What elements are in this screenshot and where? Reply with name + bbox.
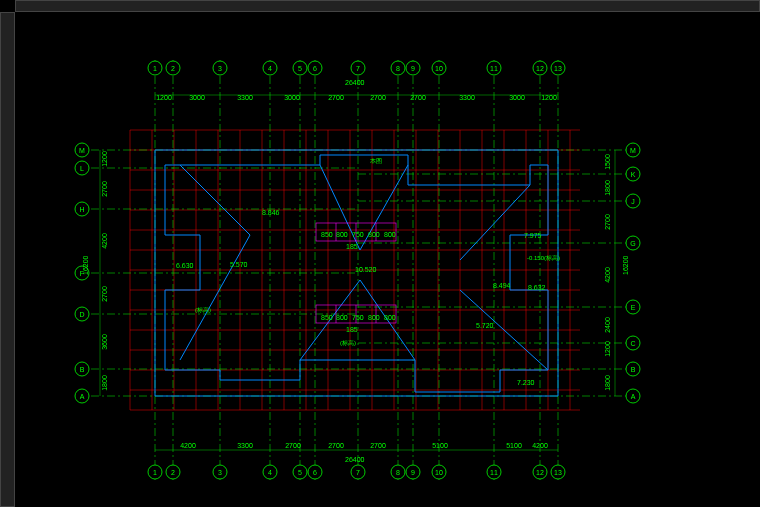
- dim-left: 3600: [101, 334, 108, 350]
- grid-row-l-M: M: [79, 147, 85, 154]
- grid-col-1: 1: [153, 65, 157, 72]
- dim-left: 1200: [101, 151, 108, 167]
- grid-col-2: 2: [171, 65, 175, 72]
- dim-top: 3000: [284, 94, 300, 101]
- grid-col-5: 5: [298, 469, 302, 476]
- dim-right: 1800: [604, 180, 611, 196]
- spot-dim: 800: [336, 314, 348, 321]
- grid-col-6: 6: [313, 469, 317, 476]
- dim-bot: 4200: [180, 442, 196, 449]
- grid-row-l-A: A: [80, 393, 85, 400]
- grid-row-r-M: M: [630, 147, 636, 154]
- dim-bot: 2700: [285, 442, 301, 449]
- grid-col-11: 11: [490, 469, 498, 476]
- dim-right: 1800: [604, 375, 611, 391]
- dim-right: 4200: [604, 267, 611, 283]
- dim-top: 1200: [541, 94, 557, 101]
- spot-dim: 5.720: [476, 322, 494, 329]
- grid-col-4: 4: [268, 65, 272, 72]
- dim-left: 1800: [101, 375, 108, 391]
- dim-top: 1200: [156, 94, 172, 101]
- svg-line-64: [180, 165, 250, 235]
- grid-row-l-B: B: [80, 366, 85, 373]
- dim-left: 2700: [101, 286, 108, 302]
- grid-row-r-C: C: [630, 340, 635, 347]
- spot-dim: 800: [368, 314, 380, 321]
- grid-col-1: 1: [153, 469, 157, 476]
- spot-dim: 7.230: [517, 379, 535, 386]
- grid-col-13: 13: [554, 65, 562, 72]
- spot-dim: 800: [368, 231, 380, 238]
- spot-dim: 8.846: [262, 209, 280, 216]
- grid-row-r-K: K: [631, 171, 636, 178]
- dim-left: 2700: [101, 181, 108, 197]
- spot-dim: 10.520: [355, 266, 377, 273]
- grid-row-r-B: B: [631, 366, 636, 373]
- spot-dim: 800: [384, 231, 396, 238]
- cad-drawing-viewport[interactable]: 1200300033003000270027002700330030001200…: [0, 0, 760, 507]
- grid-col-9: 9: [411, 469, 415, 476]
- total-width-bot: 26400: [345, 456, 365, 463]
- grid-row-r-G: G: [630, 240, 635, 247]
- grid-col-8: 8: [396, 65, 400, 72]
- grid-row-l-L: L: [80, 165, 84, 172]
- total-height-right: 16200: [622, 255, 629, 275]
- grid-col-5: 5: [298, 65, 302, 72]
- dim-right: 1200: [604, 341, 611, 357]
- dim-top: 2700: [410, 94, 426, 101]
- svg-line-65: [180, 235, 250, 360]
- spot-dim: 850: [321, 314, 333, 321]
- spot-dim: 6.630: [176, 262, 194, 269]
- dim-right: 2700: [604, 214, 611, 230]
- annotation: (标高): [340, 339, 356, 346]
- grid-col-7: 7: [356, 469, 360, 476]
- grid-col-13: 13: [554, 469, 562, 476]
- annotation: (标高): [195, 306, 211, 313]
- spot-dim: 185: [346, 326, 358, 333]
- grid-col-10: 10: [435, 469, 443, 476]
- grid-row-r-J: J: [631, 198, 635, 205]
- svg-line-68: [460, 185, 530, 260]
- grid-row-l-H: H: [79, 206, 84, 213]
- dim-left: 4200: [101, 233, 108, 249]
- spot-dim: 800: [336, 231, 348, 238]
- dim-top: 3300: [237, 94, 253, 101]
- spot-dim: 8.632: [528, 284, 546, 291]
- spot-dim: 5.570: [230, 261, 248, 268]
- grid-col-4: 4: [268, 469, 272, 476]
- dim-bot: 2700: [370, 442, 386, 449]
- dim-bot: 5100: [432, 442, 448, 449]
- grid-col-2: 2: [171, 469, 175, 476]
- grid-col-9: 9: [411, 65, 415, 72]
- total-width-top: 26400: [345, 79, 365, 86]
- grid-col-12: 12: [536, 65, 544, 72]
- grid-col-3: 3: [218, 65, 222, 72]
- dim-bot: 4200: [532, 442, 548, 449]
- grid-col-10: 10: [435, 65, 443, 72]
- grid-col-8: 8: [396, 469, 400, 476]
- dim-top: 3000: [189, 94, 205, 101]
- spot-dim: 850: [321, 231, 333, 238]
- spot-dim: 800: [384, 314, 396, 321]
- grid-col-3: 3: [218, 469, 222, 476]
- grid-col-7: 7: [356, 65, 360, 72]
- grid-col-12: 12: [536, 469, 544, 476]
- grid-row-r-A: A: [631, 393, 636, 400]
- grid-col-11: 11: [490, 65, 498, 72]
- annotation: -0.150(标高): [527, 254, 560, 261]
- grid-row-l-D: D: [79, 311, 84, 318]
- floor-plan-svg: 1200300033003000270027002700330030001200…: [0, 0, 760, 507]
- spot-dim: 7.975: [524, 232, 542, 239]
- spot-dim: 8.494: [493, 282, 511, 289]
- spot-dim: 750: [352, 314, 364, 321]
- grid-col-6: 6: [313, 65, 317, 72]
- spot-dim: 185: [346, 243, 358, 250]
- total-height-left: 16200: [82, 255, 89, 275]
- dim-top: 2700: [328, 94, 344, 101]
- dim-top: 2700: [370, 94, 386, 101]
- dim-bot: 2700: [328, 442, 344, 449]
- dim-top: 3000: [509, 94, 525, 101]
- annotation: 本图: [370, 158, 382, 164]
- dim-bot: 5100: [506, 442, 522, 449]
- spot-dim: 750: [352, 231, 364, 238]
